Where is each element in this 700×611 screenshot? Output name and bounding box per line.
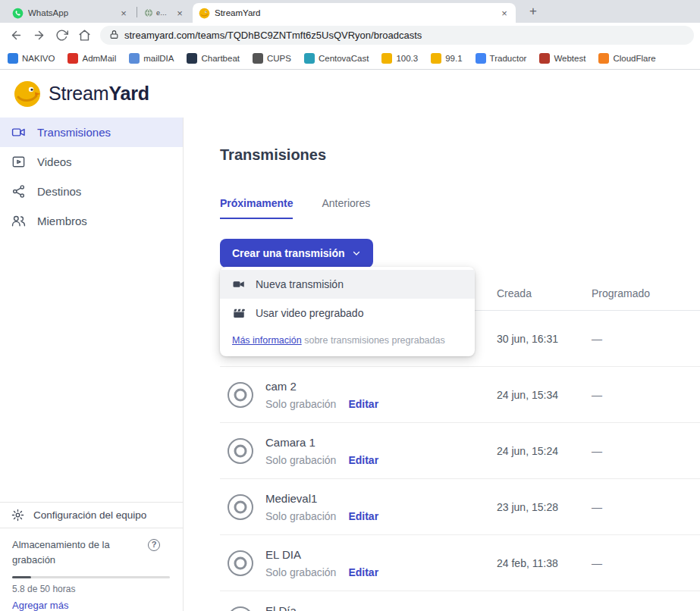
bookmark-100-3[interactable]: 100.3: [381, 53, 418, 64]
bookmark-cups[interactable]: CUPS: [253, 53, 291, 64]
sidebar-item-transmisiones[interactable]: Transmisiones: [0, 118, 183, 147]
create-broadcast-dropdown: Nueva transmisión Usar video pregrabado …: [220, 267, 475, 356]
help-icon[interactable]: [148, 539, 160, 551]
broadcast-title: Medieval1: [265, 492, 378, 505]
record-icon: [228, 550, 253, 576]
bookmark-cloudflare[interactable]: CloudFlare: [598, 53, 655, 64]
tab-streamyard[interactable]: StreamYard ×: [193, 3, 516, 23]
broadcast-subtitle: Solo grabación: [265, 566, 336, 578]
scheduled-cell: —: [592, 333, 700, 345]
streamyard-logo[interactable]: StreamYard: [14, 80, 149, 108]
url-text: streamyard.com/teams/TQDhBC9ZNTmft6z5UsQ…: [124, 30, 422, 41]
add-more-link[interactable]: Agregar más: [12, 600, 171, 611]
browser-tabstrip: WhatsApp × editoresweb.sitioweb:eldia.co…: [0, 0, 700, 23]
tab-editoresweb[interactable]: editoresweb.sitioweb:eldia.co ×: [138, 3, 191, 23]
sidebar-item-videos[interactable]: Videos: [0, 147, 183, 177]
close-icon[interactable]: ×: [174, 8, 185, 19]
edit-link[interactable]: Editar: [348, 398, 378, 410]
brand-text: StreamYard: [49, 83, 149, 105]
bookmark-nakivo[interactable]: NAKIVO: [8, 53, 55, 64]
edit-link[interactable]: Editar: [348, 454, 378, 466]
bookmark-centovacast[interactable]: CentovaCast: [304, 53, 369, 64]
users-icon: [11, 214, 26, 228]
created-cell: 24 jun, 15:24: [497, 445, 592, 457]
bookmark-label: mailDIA: [143, 54, 174, 63]
table-row[interactable]: EL DIA Solo grabaciónEditar 24 feb, 11:3…: [220, 535, 700, 591]
scheduled-cell: —: [592, 557, 700, 569]
team-settings-button[interactable]: Configuración del equipo: [0, 502, 183, 528]
page-title: Transmisiones: [220, 146, 700, 164]
record-icon: [228, 494, 253, 520]
bookmark-admmail[interactable]: AdmMail: [67, 53, 116, 64]
bookmark-favicon-icon: [67, 53, 78, 64]
storage-panel: Almacenamiento de la grabación 5.8 de 50…: [0, 528, 183, 611]
tab-separator: [137, 7, 137, 17]
home-icon[interactable]: [74, 26, 94, 45]
new-tab-button[interactable]: +: [525, 4, 541, 20]
record-icon: [228, 606, 253, 611]
bookmark-favicon-icon: [129, 53, 140, 64]
bookmark-traductor[interactable]: Traductor: [476, 53, 527, 64]
table-row[interactable]: El Día Solo grabaciónEditar 24 feb, 11:2…: [220, 591, 700, 611]
broadcast-subtitle: Solo grabación: [265, 454, 336, 466]
created-cell: 30 jun, 16:31: [497, 333, 592, 345]
content-tabs: Próximamente Anteriores: [220, 197, 700, 219]
close-icon[interactable]: ×: [499, 8, 510, 19]
bookmark-99-1[interactable]: 99.1: [431, 53, 462, 64]
tab-title: WhatsApp: [28, 8, 114, 17]
table-row[interactable]: Camara 1 Solo grabaciónEditar 24 jun, 15…: [220, 423, 700, 479]
storage-progress-bar: [12, 576, 170, 578]
create-broadcast-button[interactable]: Crear una transmisión: [220, 239, 373, 268]
create-broadcast-label: Crear una transmisión: [232, 247, 345, 259]
sidebar-item-destinos[interactable]: Destinos: [0, 177, 183, 206]
duck-logo-icon: [14, 80, 41, 108]
bookmark-label: AdmMail: [82, 54, 116, 63]
bookmark-favicon-icon: [381, 53, 392, 64]
bookmark-maildia[interactable]: mailDIA: [129, 53, 174, 64]
address-bar[interactable]: streamyard.com/teams/TQDhBC9ZNTmft6z5UsQ…: [100, 26, 694, 45]
sidebar-item-label: Transmisiones: [37, 126, 111, 139]
storage-usage: 5.8 de 50 horas: [12, 584, 171, 594]
sidebar-item-label: Destinos: [37, 185, 81, 198]
app-header: StreamYard: [0, 70, 700, 118]
streamyard-favicon-icon: [199, 8, 210, 19]
lock-icon: [109, 29, 119, 42]
menu-item-label: Usar video pregrabado: [256, 307, 363, 319]
back-icon[interactable]: [6, 26, 26, 45]
tab-whatsapp[interactable]: WhatsApp ×: [6, 3, 135, 23]
reload-icon[interactable]: [52, 26, 71, 45]
gear-icon: [11, 509, 24, 522]
bookmark-label: Webtest: [554, 54, 585, 63]
broadcast-title: El Día: [265, 604, 378, 611]
scheduled-cell: —: [592, 389, 700, 401]
tab-proximamente[interactable]: Próximamente: [220, 197, 293, 219]
header-created: Creada: [497, 287, 592, 299]
broadcast-title: Camara 1: [265, 436, 378, 449]
bookmark-chartbeat[interactable]: Chartbeat: [187, 53, 240, 64]
edit-link[interactable]: Editar: [348, 566, 378, 578]
sidebar-item-label: Videos: [37, 155, 72, 168]
sidebar-item-miembros[interactable]: Miembros: [0, 206, 183, 236]
bookmark-favicon-icon: [304, 53, 315, 64]
tab-anteriores[interactable]: Anteriores: [322, 197, 370, 219]
close-icon[interactable]: ×: [118, 8, 129, 19]
broadcast-subtitle: Solo grabación: [265, 398, 336, 410]
sidebar: Transmisiones Videos Destinos Miembros C…: [0, 118, 184, 611]
scheduled-cell: —: [592, 445, 700, 457]
menu-item-nueva-transmision[interactable]: Nueva transmisión: [220, 270, 475, 299]
tab-title: editoresweb.sitioweb:eldia.co: [156, 9, 170, 17]
table-row[interactable]: Medieval1 Solo grabaciónEditar 23 jun, 1…: [220, 479, 700, 535]
bookmark-favicon-icon: [253, 53, 263, 64]
bookmark-label: 99.1: [445, 54, 462, 63]
table-row[interactable]: cam 2 Solo grabaciónEditar 24 jun, 15:34…: [220, 367, 700, 423]
edit-link[interactable]: Editar: [348, 510, 378, 522]
bookmark-webtest[interactable]: Webtest: [539, 53, 585, 64]
bookmark-label: Chartbeat: [201, 54, 240, 63]
sidebar-item-label: Miembros: [37, 215, 87, 227]
share-icon: [11, 184, 26, 199]
browser-toolbar: streamyard.com/teams/TQDhBC9ZNTmft6z5UsQ…: [0, 23, 700, 48]
main-content: Transmisiones Próximamente Anteriores Cr…: [184, 118, 700, 611]
forward-icon[interactable]: [29, 26, 49, 45]
more-info-link[interactable]: Más información: [232, 335, 302, 346]
menu-item-usar-video-pregrabado[interactable]: Usar video pregrabado: [220, 299, 475, 327]
